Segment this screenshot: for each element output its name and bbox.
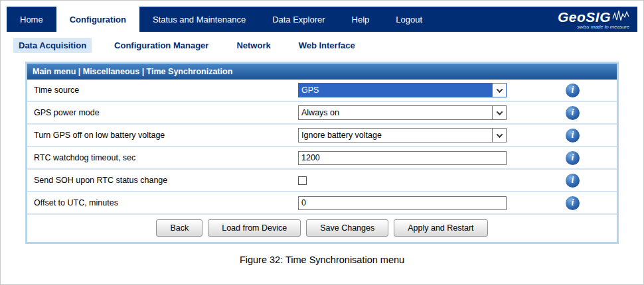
sub-navigation: Data Acquisition Configuration Manager N… (7, 32, 637, 59)
breadcrumb: Main menu | Miscellaneous | Time Synchro… (27, 64, 617, 80)
field-label: Time source (34, 86, 298, 95)
form-row-time-source: Time source GPS i (27, 80, 617, 102)
settings-panel: Main menu | Miscellaneous | Time Synchro… (25, 62, 619, 244)
info-icon[interactable]: i (566, 196, 580, 210)
geosig-logo-tagline: swiss made to measure (558, 25, 629, 30)
gps-low-battery-select[interactable]: Ignore battery voltage (298, 128, 507, 142)
action-buttons: Back Load from Device Save Changes Apply… (27, 215, 617, 242)
form-row-rtc-watchdog: RTC watchdog timeout, sec i (27, 147, 617, 170)
back-button[interactable]: Back (156, 219, 202, 237)
time-source-select[interactable]: GPS (298, 83, 507, 97)
geosig-logo-text: GeoSIG (558, 10, 611, 24)
selected-value: Always on (299, 106, 492, 119)
field-label: Send SOH upon RTC status change (34, 176, 298, 185)
nav-item-status-and-maintenance[interactable]: Status and Maintenance (139, 7, 259, 32)
nav-item-home[interactable]: Home (7, 7, 56, 32)
subnav-item-configuration-manager[interactable]: Configuration Manager (109, 38, 214, 53)
utc-offset-input[interactable] (298, 196, 507, 210)
apply-and-restart-button[interactable]: Apply and Restart (394, 219, 487, 237)
rtc-watchdog-input[interactable] (298, 151, 507, 165)
form-rows: Time source GPS i GPS power mode Alwa (27, 80, 617, 242)
chevron-down-icon (492, 129, 506, 142)
nav-item-logout[interactable]: Logout (382, 7, 436, 32)
geosig-logo: GeoSIG swiss made to measure (558, 7, 637, 32)
subnav-item-web-interface[interactable]: Web Interface (293, 38, 361, 53)
form-row-gps-low-battery: Turn GPS off on low battery voltage Igno… (27, 125, 617, 147)
load-from-device-button[interactable]: Load from Device (208, 219, 301, 237)
form-row-utc-offset: Offset to UTC, minutes i (27, 192, 617, 215)
subnav-item-data-acquisition[interactable]: Data Acquisition (13, 38, 92, 53)
figure-frame: Home Configuration Status and Maintenanc… (0, 0, 644, 285)
info-icon[interactable]: i (566, 129, 580, 142)
chevron-down-icon (492, 84, 506, 97)
field-label: RTC watchdog timeout, sec (34, 153, 298, 162)
figure-caption: Figure 32: Time Synchronisation menu (7, 255, 637, 265)
field-label: Turn GPS off on low battery voltage (34, 131, 298, 140)
save-changes-button[interactable]: Save Changes (306, 219, 388, 237)
gps-power-mode-select[interactable]: Always on (298, 105, 507, 120)
nav-item-data-explorer[interactable]: Data Explorer (259, 7, 338, 32)
waveform-icon (612, 9, 629, 24)
soh-checkbox[interactable] (298, 176, 307, 185)
field-label: GPS power mode (34, 108, 298, 117)
subnav-item-network[interactable]: Network (231, 38, 276, 53)
info-icon[interactable]: i (566, 174, 580, 188)
chevron-down-icon (492, 106, 506, 119)
form-row-soh-rtc: Send SOH upon RTC status change i (27, 170, 617, 192)
info-icon[interactable]: i (566, 106, 580, 120)
field-label: Offset to UTC, minutes (34, 198, 298, 207)
selected-value: GPS (299, 84, 492, 97)
info-icon[interactable]: i (566, 151, 580, 165)
selected-value: Ignore battery voltage (299, 129, 492, 142)
nav-item-help[interactable]: Help (339, 7, 383, 32)
nav-item-configuration[interactable]: Configuration (56, 7, 139, 32)
form-row-gps-power-mode: GPS power mode Always on i (27, 102, 617, 125)
top-navigation: Home Configuration Status and Maintenanc… (7, 7, 637, 32)
info-icon[interactable]: i (566, 84, 580, 97)
